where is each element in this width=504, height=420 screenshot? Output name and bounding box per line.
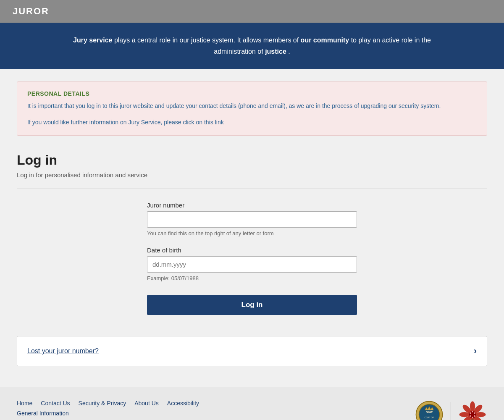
juror-number-label: Juror number	[147, 202, 357, 209]
footer-logos: NSW COAT OF ARMS	[415, 400, 487, 420]
nsw-waratah	[458, 400, 487, 420]
footer-links-container: Home Contact Us Security & Privacy About…	[17, 400, 199, 417]
svg-point-20	[470, 415, 471, 417]
banner-section: Jury service plays a central role in our…	[0, 23, 504, 69]
banner-text: Jury service plays a central role in our…	[17, 34, 487, 57]
dob-group: Date of birth Example: 05/07/1988	[147, 247, 357, 281]
svg-point-19	[472, 417, 473, 418]
lost-juror-box[interactable]: Lost your juror number? ›	[17, 336, 487, 366]
banner-justice: justice	[265, 48, 286, 55]
lost-juror-link[interactable]: Lost your juror number?	[27, 347, 99, 355]
alert-box: PERSONAL DETAILS It is important that yo…	[17, 81, 487, 136]
footer-link-home[interactable]: Home	[17, 400, 32, 407]
footer-link-general[interactable]: General Information	[17, 410, 69, 417]
banner-text-1: plays a central role in our justice syst…	[114, 37, 301, 44]
site-header: JUROR	[0, 0, 504, 23]
footer-link-contact[interactable]: Contact Us	[41, 400, 70, 407]
site-title: JUROR	[13, 6, 49, 16]
footer: Home Contact Us Security & Privacy About…	[0, 387, 504, 420]
nsw-coat-of-arms: NSW COAT OF ARMS	[415, 400, 444, 420]
juror-number-group: Juror number You can find this on the to…	[147, 202, 357, 236]
svg-point-18	[474, 415, 476, 417]
alert-title: PERSONAL DETAILS	[27, 90, 477, 97]
footer-link-security[interactable]: Security & Privacy	[79, 400, 126, 407]
main-content: PERSONAL DETAILS It is important that yo…	[0, 69, 504, 379]
login-form: Juror number You can find this on the to…	[147, 202, 357, 315]
alert-body: It is important that you log in to this …	[27, 101, 477, 110]
divider	[17, 189, 487, 189]
juror-number-input[interactable]	[147, 211, 357, 228]
login-subtitle: Log in for personalised information and …	[17, 171, 487, 178]
dob-input[interactable]	[147, 256, 357, 273]
banner-text-3: .	[288, 48, 290, 55]
svg-text:NSW: NSW	[426, 410, 433, 413]
dob-hint: Example: 05/07/1988	[147, 275, 357, 281]
alert-link-paragraph: If you would like further information on…	[27, 118, 477, 127]
footer-link-about[interactable]: About Us	[134, 400, 159, 407]
footer-links-row-2: General Information	[17, 410, 199, 417]
banner-community: our community	[301, 37, 349, 44]
alert-link[interactable]: link	[215, 119, 224, 126]
svg-point-17	[474, 412, 476, 414]
alert-link-prefix: If you would like further information on…	[27, 119, 215, 126]
logo-divider	[451, 402, 451, 420]
login-button[interactable]: Log in	[147, 295, 357, 315]
svg-text:COAT OF: COAT OF	[425, 416, 434, 419]
svg-point-21	[470, 412, 471, 414]
juror-number-hint: You can find this on the top right of an…	[147, 230, 357, 236]
footer-links-row-1: Home Contact Us Security & Privacy About…	[17, 400, 199, 407]
login-title: Log in	[17, 152, 487, 168]
dob-label: Date of birth	[147, 247, 357, 254]
banner-jury-service: Jury service	[73, 37, 112, 44]
chevron-right-icon: ›	[474, 346, 477, 357]
svg-point-16	[472, 411, 473, 412]
login-section: Log in Log in for personalised informati…	[17, 148, 487, 319]
footer-link-accessibility[interactable]: Accessibility	[167, 400, 199, 407]
